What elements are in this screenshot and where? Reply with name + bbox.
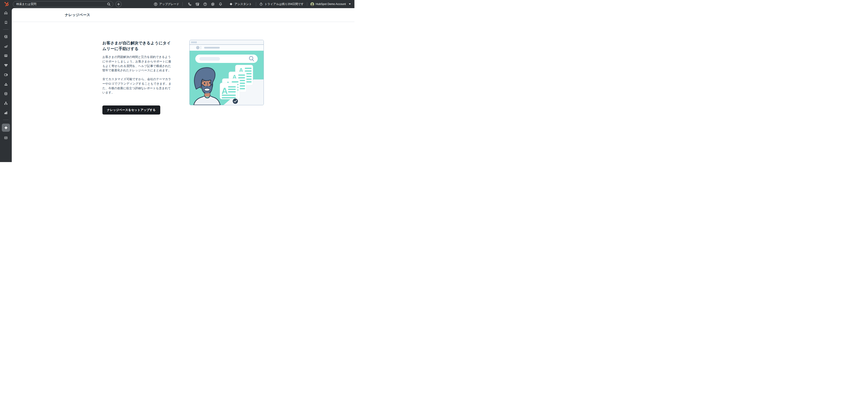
gear-icon	[211, 2, 215, 6]
intro-heading: お客さまが自己解決できるようにタイムリーに手助けする	[102, 40, 173, 51]
sparkle-icon	[229, 2, 233, 6]
bar-chart-icon	[4, 111, 8, 115]
phone-icon	[188, 2, 192, 6]
topbar-divider	[307, 2, 307, 6]
topbar-divider	[256, 2, 256, 6]
help-icon	[203, 2, 207, 6]
contacts-icon	[4, 35, 8, 39]
sidebar-divider	[3, 120, 8, 120]
account-label: HubSpot Demo Account	[316, 2, 346, 6]
marketplace-button[interactable]	[193, 1, 201, 7]
sidebar-divider	[3, 29, 8, 30]
search-icon[interactable]	[107, 2, 111, 6]
marketplace-icon	[195, 2, 199, 6]
sidebar-item-bookmarks[interactable]	[0, 18, 12, 27]
upgrade-label: アップグレード	[159, 2, 179, 6]
home-icon	[4, 11, 8, 15]
sidebar-item-marketing[interactable]	[0, 41, 12, 51]
notifications-button[interactable]	[217, 1, 224, 7]
page-header: ナレッジベース	[12, 8, 354, 22]
trial-timer-icon	[259, 2, 263, 6]
create-button[interactable]	[116, 1, 122, 7]
content-icon	[4, 54, 8, 58]
bell-icon	[219, 2, 222, 6]
sidebar-item-home[interactable]	[0, 8, 12, 18]
sidebar-item-breeze-ai-active[interactable]	[2, 123, 10, 132]
code-icon	[4, 136, 8, 140]
sidebar-item-service[interactable]	[0, 80, 12, 89]
upgrade-button[interactable]: アップグレード	[154, 2, 179, 6]
hubspot-logo-icon[interactable]	[4, 1, 9, 7]
topbar-right: アップグレード	[154, 1, 354, 7]
trial-label: トライアルは残り204日間です	[265, 2, 304, 6]
help-button[interactable]	[201, 1, 209, 7]
sidebar-item-commerce[interactable]	[0, 70, 12, 80]
knowledge-base-empty-state: お客さまが自己解決できるようにタイムリーに手助けする お客さまの問題解決の時間と…	[12, 40, 354, 115]
setup-knowledge-base-button[interactable]: ナレッジベースをセットアップする	[102, 106, 160, 115]
sidebar-item-content[interactable]	[0, 51, 12, 60]
sidebar-item-automations[interactable]	[0, 98, 12, 108]
account-menu[interactable]: HubSpot Demo Account	[310, 2, 351, 6]
trial-status: トライアルは残り204日間です	[259, 2, 304, 6]
wallet-icon	[4, 73, 8, 77]
funnel-icon	[4, 63, 8, 67]
settings-button[interactable]	[209, 1, 217, 7]
sidebar-navigation	[0, 8, 12, 162]
sparkle-icon	[4, 125, 8, 130]
check-badge	[233, 99, 238, 104]
content-area: ナレッジベース お客さまが自己解決できるようにタイムリーに手助けする お客さまの…	[12, 8, 354, 162]
org-chart-icon	[4, 101, 8, 105]
top-navigation-bar: アップグレード	[0, 0, 354, 8]
service-bell-icon	[4, 82, 8, 86]
assistant-label: アシスタント	[235, 2, 252, 6]
sidebar-item-sales[interactable]	[0, 60, 12, 70]
search-input[interactable]	[13, 1, 113, 7]
bookmark-icon	[4, 21, 8, 24]
sidebar-item-crm[interactable]	[0, 32, 12, 41]
database-icon	[4, 92, 8, 96]
intro-paragraph-2: 全てカスタマイズ可能ですから、会社のテーマカラーやロゴでブランディングすることも…	[102, 77, 173, 95]
intro-paragraph-1: お客さまの問題解決の時間と労力を節約できるようにサポートしましょう。お客さまから…	[102, 55, 173, 73]
upgrade-arrow-icon	[154, 2, 158, 6]
account-avatar	[310, 2, 314, 6]
svg-text:A: A	[221, 86, 228, 96]
topbar-divider	[182, 2, 183, 6]
page-title: ナレッジベース	[65, 13, 90, 18]
topbar-left	[0, 1, 122, 7]
calling-button[interactable]	[186, 1, 193, 7]
knowledge-base-illustration: A A	[189, 40, 264, 105]
global-search	[13, 1, 113, 7]
sidebar-item-data[interactable]	[0, 89, 12, 98]
app-frame: ナレッジベース お客さまが自己解決できるようにタイムリーに手助けする お客さまの…	[0, 8, 354, 162]
assistant-button[interactable]: アシスタント	[229, 2, 252, 6]
megaphone-icon	[4, 44, 8, 49]
hubspot-app: アップグレード	[0, 0, 354, 162]
caret-down-icon	[349, 3, 351, 5]
sidebar-item-reporting[interactable]	[0, 108, 12, 117]
sidebar-item-development[interactable]	[0, 133, 12, 143]
intro-copy: お客さまが自己解決できるようにタイムリーに手助けする お客さまの問題解決の時間と…	[102, 40, 173, 115]
